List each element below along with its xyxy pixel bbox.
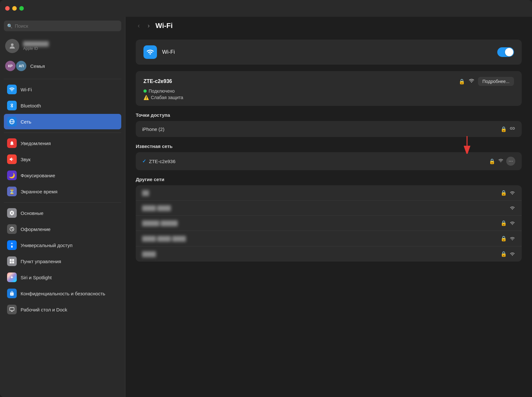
sidebar-item-general[interactable]: Основные (4, 205, 121, 221)
connected-network-card: ZTE-c2e936 🔒 Подробнее... (136, 71, 522, 106)
family-avatar-1: КР (5, 61, 15, 71)
other-network-name-5: ████ (142, 251, 500, 257)
known-network-item[interactable]: ✓ ZTE-c2e936 🔒 ··· (136, 152, 522, 170)
sidebar-item-sound[interactable]: Звук (4, 152, 121, 167)
sidebar-item-appearance[interactable]: Оформление (4, 221, 121, 237)
general-icon (7, 208, 17, 218)
avatar (5, 39, 19, 53)
other-wifi-icon-5 (509, 252, 515, 257)
other-wifi-icon-3 (509, 221, 515, 226)
other-network-item-2[interactable]: ████ ████ (136, 201, 522, 216)
other-network-item-3[interactable]: █████ █████ 🔒 (136, 216, 522, 231)
other-network-name-1: ██ (142, 190, 500, 196)
connected-status-text: Подключено (149, 88, 175, 94)
other-network-item-4[interactable]: ████ ████ ████ 🔒 (136, 231, 522, 246)
search-bar: 🔍 (4, 21, 121, 31)
lock-icon: 🔒 (459, 78, 465, 85)
nav-forward-button[interactable]: › (146, 21, 152, 30)
hotspot-name: iPhone (2) (142, 126, 500, 132)
connected-status-row: Подключено (143, 88, 514, 94)
other-wifi-icon-4 (509, 236, 515, 241)
main-window: 🔍 ████████ Apple ID (0, 0, 532, 397)
sidebar-item-general-label: Основные (21, 210, 43, 216)
sidebar-item-desktop-label: Рабочий стол и Dock (21, 307, 67, 312)
wifi-toggle-card: Wi-Fi (136, 40, 522, 65)
appearance-icon (7, 224, 17, 234)
sidebar-item-notifications-label: Уведомления (21, 141, 51, 146)
sidebar-separator-2 (4, 133, 121, 133)
sidebar-item-privacy-label: Конфиденциальность и безопасность (21, 291, 105, 296)
sidebar-separator-3 (4, 202, 121, 203)
other-network-icons-3: 🔒 (500, 220, 515, 226)
content-header: ‹ › Wi-Fi (125, 17, 532, 34)
sidebar-item-siri[interactable]: ✦ Siri и Spotlight (4, 270, 121, 285)
wifi-icon (7, 85, 17, 94)
sidebar-item-wifi-label: Wi-Fi (21, 87, 32, 92)
close-button[interactable] (5, 6, 10, 11)
other-lock-icon-4: 🔒 (500, 235, 507, 242)
other-networks-card: ██ 🔒 ████ ████ (136, 185, 522, 262)
main-layout: 🔍 ████████ Apple ID (0, 17, 532, 397)
sidebar-item-accessibility[interactable]: Универсальный доступ (4, 237, 121, 253)
other-network-icons-1: 🔒 (500, 190, 515, 196)
known-lock-icon: 🔒 (489, 158, 495, 164)
sound-icon (7, 154, 17, 164)
other-lock-icon-3: 🔒 (500, 220, 507, 226)
minimize-button[interactable] (12, 6, 17, 11)
sidebar-item-focus[interactable]: 🌙 Фокусирование (4, 168, 121, 183)
sidebar-item-appearance-label: Оформление (21, 226, 50, 232)
known-network-icons: 🔒 ··· (489, 157, 515, 166)
other-network-name-2: ████ ████ (142, 205, 509, 211)
sidebar-item-bluetooth-label: Bluetooth (21, 103, 41, 108)
sidebar-item-wifi[interactable]: Wi-Fi (4, 82, 121, 97)
sidebar-item-screentime[interactable]: ⏳ Экранное время (4, 184, 121, 199)
focus-icon: 🌙 (7, 171, 17, 180)
search-input[interactable] (4, 21, 121, 31)
check-mark: ✓ (142, 158, 146, 164)
known-network-wrapper: ✓ ZTE-c2e936 🔒 ··· (136, 152, 522, 170)
sidebar-item-accessibility-label: Универсальный доступ (21, 243, 72, 248)
other-network-icons-4: 🔒 (500, 235, 515, 242)
other-network-name-3: █████ █████ (142, 220, 500, 226)
hotspot-lock-icon: 🔒 (500, 126, 507, 132)
content-body: Wi-Fi ZTE-c2e936 🔒 (125, 34, 532, 397)
user-section[interactable]: ████████ Apple ID (4, 36, 121, 58)
sidebar-item-control[interactable]: Пункт управления (4, 254, 121, 269)
weak-security-row: ⚠️ Слабая защита (143, 95, 514, 100)
page-title: Wi-Fi (155, 22, 173, 30)
connected-dot (143, 89, 147, 93)
sidebar-item-network[interactable]: Сеть (4, 114, 121, 129)
privacy-icon (7, 289, 17, 298)
wifi-toggle[interactable] (497, 47, 514, 57)
sidebar-item-sound-label: Звук (21, 157, 31, 162)
network-name-row: ZTE-c2e936 🔒 Подробнее... (143, 77, 514, 86)
nav-back-button[interactable]: ‹ (136, 21, 142, 30)
three-dot-menu-button[interactable]: ··· (506, 157, 515, 166)
sidebar-item-siri-label: Siri и Spotlight (21, 275, 52, 280)
wifi-main-icon (143, 45, 157, 59)
apple-id-label: Apple ID (23, 46, 49, 51)
family-section[interactable]: КР АП Семья (4, 58, 121, 76)
family-label: Семья (30, 63, 45, 69)
titlebar (0, 0, 532, 17)
sidebar-item-desktop[interactable]: Рабочий стол и Dock (4, 302, 121, 317)
other-network-item-1[interactable]: ██ 🔒 (136, 185, 522, 201)
sidebar-item-screentime-label: Экранное время (21, 189, 58, 194)
sidebar-item-bluetooth[interactable]: Bluetooth (4, 98, 121, 113)
other-network-icons-5: 🔒 (500, 251, 515, 257)
search-icon: 🔍 (7, 23, 13, 29)
known-network-name: ZTE-c2e936 (149, 159, 489, 164)
sidebar: 🔍 ████████ Apple ID (0, 17, 125, 397)
user-info: ████████ Apple ID (23, 41, 49, 51)
content-area: ‹ › Wi-Fi Wi-Fi (125, 17, 532, 397)
sidebar-item-privacy[interactable]: Конфиденциальность и безопасность (4, 286, 121, 301)
hotspot-icons: 🔒 (500, 125, 515, 133)
desktop-icon (7, 305, 17, 314)
sidebar-item-network-label: Сеть (21, 119, 31, 125)
other-network-item-5[interactable]: ████ 🔒 (136, 246, 522, 262)
maximize-button[interactable] (19, 6, 24, 11)
details-button[interactable]: Подробнее... (478, 77, 514, 86)
sidebar-item-notifications[interactable]: Уведомления (4, 135, 121, 151)
svg-point-5 (12, 243, 13, 244)
traffic-lights (5, 6, 24, 11)
